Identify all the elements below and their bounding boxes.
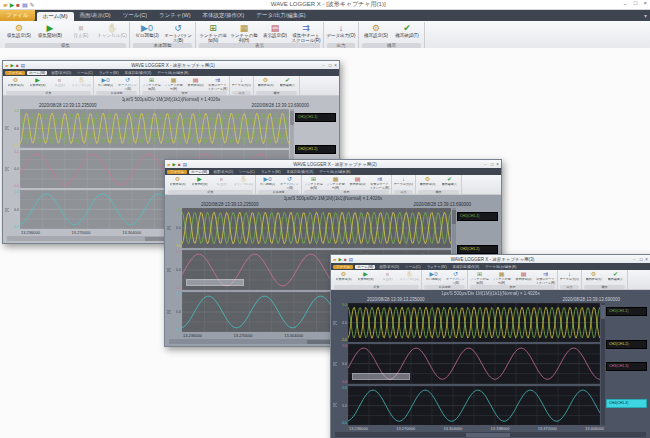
child-ribbon-button-auto-balance[interactable]: ↺オートバランス(B) <box>279 175 300 190</box>
child-titlebar[interactable]: ▰▶■▤WAVE LOGGER X - 波形キャプチャ用(2)－□× <box>165 160 501 168</box>
child-tab-file[interactable]: ファイル <box>333 265 353 269</box>
waveform-strip-1[interactable] <box>348 303 600 342</box>
ribbon-collapse-icon[interactable]: ▾ <box>644 12 647 19</box>
tab-5[interactable]: 本体設定/操作(X) <box>196 10 250 21</box>
waveform-strip-2[interactable] <box>348 344 600 383</box>
channel-legend-2[interactable]: CH2(CH1-2) <box>295 145 336 154</box>
ribbon-button-auto-scroll[interactable]: ⇉収集中オートスクロール(R) <box>291 22 321 43</box>
child-ribbon-button-play[interactable]: ▶収集開始(B) <box>355 270 376 285</box>
ribbon-button-launcher-add[interactable]: ⊞ランチャの追加(N) <box>198 22 228 43</box>
maximize-icon[interactable]: □ <box>491 162 494 167</box>
child-ribbon-button-stop[interactable]: ■停止(E) <box>49 76 70 91</box>
stop-icon[interactable]: ■ <box>178 162 181 167</box>
tab-1[interactable]: ホーム(M) <box>37 12 74 21</box>
maximize-icon[interactable]: □ <box>329 63 332 68</box>
folder-icon[interactable]: ▰ <box>5 63 8 68</box>
child-ribbon-button-hand[interactable]: ✋キャンセル(C) <box>71 76 92 91</box>
child-ribbon-button-data-export[interactable]: ↓データ出力(O) <box>231 76 252 91</box>
child-ribbon-button-gear[interactable]: ⚙収集設定(S) <box>333 270 354 285</box>
child-ribbon-button-display-settings[interactable]: ▤表示設定(D) <box>513 270 534 285</box>
folder-icon[interactable]: ▰ <box>3 2 8 8</box>
child-tab-4[interactable]: ランチャ(W) <box>97 71 121 75</box>
child-tab-file[interactable]: ファイル <box>5 71 25 75</box>
stop-icon[interactable]: ■ <box>16 2 20 8</box>
child-ribbon-button-launcher-arrange[interactable]: ▦ランチャの整列(H) <box>163 76 184 91</box>
child-ribbon-button-hand[interactable]: ✋キャンセル(C) <box>399 270 420 285</box>
child-tab-2[interactable]: 画面/表示(D) <box>49 71 73 75</box>
child-ribbon-button-display-settings[interactable]: ▤表示設定(D) <box>347 175 368 190</box>
close-icon[interactable]: × <box>334 63 337 68</box>
waveform-strip-1[interactable] <box>20 109 289 148</box>
child-ribbon-button-device-settings[interactable]: ⚙機器設定(S) <box>583 270 604 285</box>
tab-4[interactable]: ランチャ(W) <box>153 10 196 21</box>
child-tab-1[interactable]: ホーム(M) <box>189 170 209 174</box>
capture-icon[interactable]: ▤ <box>22 2 28 8</box>
horizontal-scrollbar[interactable] <box>335 432 646 437</box>
folder-icon[interactable]: ▰ <box>333 257 336 262</box>
ribbon-button-data-export[interactable]: ↓データ出力(O) <box>326 22 356 43</box>
waveform-strip-3[interactable] <box>348 386 600 425</box>
channel-legend-1[interactable]: CH1(CH1-1) <box>457 212 498 221</box>
channel-legend-1[interactable]: CH1(CH1-1) <box>606 307 647 316</box>
tab-6[interactable]: データ/出力/編集(E) <box>250 10 311 21</box>
close-icon[interactable]: × <box>496 162 499 167</box>
channel-legend-1[interactable]: CH1(CH1-1) <box>295 113 336 122</box>
child-ribbon-button-launcher-add[interactable]: ⊞ランチャの追加(N) <box>303 175 324 190</box>
ribbon-button-launcher-arrange[interactable]: ▦ランチャの整列(H) <box>229 22 259 43</box>
child-ribbon-button-zero-adjust[interactable]: ▶0ゼロ調整(J) <box>257 175 278 190</box>
minimize-icon[interactable]: － <box>632 257 637 262</box>
start-icon[interactable]: ▶ <box>172 162 175 167</box>
waveform-strip-1[interactable] <box>182 208 451 248</box>
child-ribbon-button-gear[interactable]: ⚙収集設定(S) <box>167 175 188 190</box>
child-ribbon-button-data-export[interactable]: ↓データ出力(O) <box>393 175 414 190</box>
child-ribbon-button-device-check[interactable]: ✔機器確認(T) <box>277 76 298 91</box>
child-ribbon-button-stop[interactable]: ■停止(E) <box>211 175 232 190</box>
child-ribbon-button-zero-adjust[interactable]: ▶0ゼロ調整(J) <box>95 76 116 91</box>
horizontal-scrollbar-thumb[interactable] <box>466 433 510 437</box>
folder-icon[interactable]: ▰ <box>167 162 170 167</box>
start-icon[interactable]: ▶ <box>10 63 13 68</box>
child-tab-5[interactable]: 本体設定/操作(X) <box>451 265 482 269</box>
start-icon[interactable]: ▶ <box>338 257 341 262</box>
child-ribbon-button-display-settings[interactable]: ▤表示設定(D) <box>185 76 206 91</box>
close-icon[interactable]: × <box>645 257 648 262</box>
child-ribbon-button-hand[interactable]: ✋キャンセル(C) <box>233 175 254 190</box>
channel-legend-2[interactable]: CH2(CH1-2) <box>457 245 498 254</box>
child-tab-4[interactable]: ランチャ(W) <box>425 265 449 269</box>
child-ribbon-button-data-export[interactable]: ↓データ出力(O) <box>559 270 580 285</box>
stop-icon[interactable]: ■ <box>344 257 347 262</box>
start-icon[interactable]: ▶ <box>10 2 15 8</box>
child-ribbon-button-launcher-add[interactable]: ⊞ランチャの追加(N) <box>469 270 490 285</box>
maximize-icon[interactable]: □ <box>640 257 643 262</box>
child-tab-3[interactable]: ツール(C) <box>75 71 95 75</box>
child-window-3[interactable]: ▰▶■▤WAVE LOGGER X - 波形キャプチャ用(3)－□×ファイルホー… <box>330 254 650 438</box>
child-tab-2[interactable]: 画面/表示(D) <box>377 265 401 269</box>
stop-icon[interactable]: ■ <box>16 63 19 68</box>
child-ribbon-button-device-settings[interactable]: ⚙機器設定(S) <box>417 175 438 190</box>
child-titlebar[interactable]: ▰▶■▤WAVE LOGGER X - 波形キャプチャ用(3)－□× <box>331 255 650 263</box>
channel-legend-4[interactable]: CH4(CH1-4) <box>606 399 647 408</box>
child-ribbon-button-device-check[interactable]: ✔機器確認(T) <box>605 270 626 285</box>
child-tab-6[interactable]: データ/出力/編集(E) <box>155 71 190 75</box>
child-ribbon-button-launcher-add[interactable]: ⊞ランチャの追加(N) <box>141 76 162 91</box>
ribbon-button-device-settings[interactable]: ⚙機器設定(S) <box>361 22 391 43</box>
child-tab-file[interactable]: ファイル <box>167 170 187 174</box>
close-icon[interactable]: × <box>643 0 647 9</box>
child-ribbon-button-auto-balance[interactable]: ↺オートバランス(B) <box>445 270 466 285</box>
child-ribbon-button-auto-scroll[interactable]: ⇉収集中オートスクロール(R) <box>369 175 390 190</box>
child-tab-3[interactable]: ツール(C) <box>403 265 423 269</box>
ribbon-button-play[interactable]: ▶収集開始(B) <box>35 22 65 43</box>
tab-3[interactable]: ツール(C) <box>117 10 153 21</box>
child-titlebar[interactable]: ▰▶■▤WAVE LOGGER X - 波形キャプチャ用(1)－□× <box>3 61 339 69</box>
tab-file[interactable]: ファイル <box>0 10 35 21</box>
minimize-icon[interactable]: － <box>321 63 326 68</box>
ribbon-button-stop[interactable]: ■停止(E) <box>66 22 96 43</box>
child-tab-3[interactable]: ツール(C) <box>237 170 257 174</box>
child-tab-6[interactable]: データ/出力/編集(E) <box>317 170 352 174</box>
channel-legend-3[interactable]: CH3(CH1-3) <box>606 362 647 371</box>
tab-2[interactable]: 画面/表示(D) <box>74 10 117 21</box>
child-tab-5[interactable]: 本体設定/操作(X) <box>285 170 316 174</box>
child-ribbon-button-stop[interactable]: ■停止(E) <box>377 270 398 285</box>
child-tab-1[interactable]: ホーム(M) <box>355 265 375 269</box>
child-ribbon-button-auto-scroll[interactable]: ⇉収集中オートスクロール(R) <box>535 270 556 285</box>
